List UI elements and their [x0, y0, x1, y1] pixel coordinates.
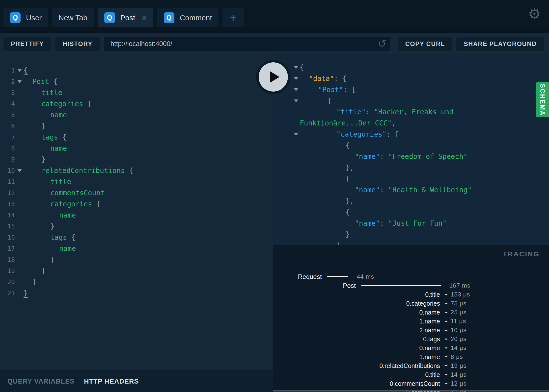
token: : [380, 219, 388, 227]
code-text: "data": { [309, 73, 347, 84]
tracing-resolver-label: 0.commentsCount [273, 380, 440, 387]
tab-label: Post [120, 14, 135, 22]
token: "Just For Fun" [388, 219, 447, 227]
tracing-horizontal-scrollbar[interactable] [273, 390, 549, 392]
code-text: } [24, 288, 28, 299]
fold-arrow-icon[interactable] [294, 99, 298, 102]
fold-arrow-icon[interactable] [294, 133, 298, 136]
tab-label: New Tab [58, 14, 87, 22]
code-text: } [50, 221, 55, 232]
line-number: 13 [0, 198, 15, 210]
reload-schema-icon[interactable]: ↺ [378, 39, 386, 49]
tracing-tick-bar [445, 294, 447, 295]
token: "name" [355, 219, 380, 227]
code-text: title [41, 87, 62, 98]
close-tab-icon[interactable]: × [142, 13, 147, 22]
prettify-button[interactable]: PRETTIFY [3, 37, 51, 51]
fold-arrow-icon[interactable] [294, 88, 298, 91]
execute-query-button[interactable] [256, 60, 290, 94]
response-line: "categories": [ [273, 129, 549, 140]
response-line: { [273, 62, 549, 73]
response-viewer[interactable]: {"data": {"Post": [{"title": "Hacker, Fr… [273, 54, 549, 245]
tracing-tick-bar [445, 303, 447, 304]
tracing-resolver-label: 0.name [273, 309, 440, 316]
response-line: "title": "Hacker, Freaks und [273, 106, 549, 118]
tracing-panel: TRACING Request44 msPost167 ms0.title153… [273, 245, 549, 392]
code-text: { [346, 173, 350, 184]
line-number: 6 [0, 121, 15, 132]
editor-line: 8name [0, 143, 273, 154]
tracing-duration-value: 12 μs [451, 380, 467, 387]
fold-arrow-icon[interactable] [294, 66, 298, 69]
line-number: 4 [0, 98, 15, 109]
token: , [392, 119, 396, 127]
tab-comment[interactable]: QComment [157, 8, 219, 27]
code-text: categories { [41, 98, 91, 109]
query-editor[interactable]: 1{2Post {3title4categories {5name6}7tags… [0, 54, 273, 370]
token: "title" [336, 108, 366, 116]
code-text: { [300, 62, 304, 73]
tracing-tick-bar [445, 347, 447, 348]
line-number: 10 [0, 165, 15, 176]
tracing-tick-bar [445, 383, 447, 384]
toolbar: PRETTIFY HISTORY ↺ COPY CURL SHARE PLAYG… [0, 33, 549, 54]
tracing-tick-bar [445, 330, 447, 331]
line-number: 2 [0, 76, 15, 87]
fold-arrow-icon[interactable] [17, 169, 22, 172]
query-variables-tab[interactable]: QUERY VARIABLES [7, 378, 75, 385]
editor-line: 9} [0, 154, 273, 165]
line-number: 3 [0, 87, 15, 98]
tracing-tick-bar [445, 312, 447, 313]
history-button[interactable]: HISTORY [55, 37, 100, 51]
tracing-rows: Request44 msPost167 ms0.title153 μs0.cat… [273, 272, 549, 392]
token: name [59, 211, 76, 219]
tracing-row: 0.tags20 μs [273, 335, 549, 343]
token: { [327, 97, 331, 105]
code-text: } [41, 265, 46, 276]
token: { [92, 200, 101, 208]
tracing-row: 0.title14 μs [273, 370, 549, 379]
tab-new-tab[interactable]: New Tab [52, 8, 94, 27]
code-text: tags { [50, 232, 75, 243]
tab-user[interactable]: QUser [3, 8, 48, 27]
fold-arrow-icon[interactable] [17, 69, 22, 72]
token: { [49, 77, 57, 86]
token: "Health & Wellbeing" [388, 186, 472, 194]
http-headers-tab[interactable]: HTTP HEADERS [84, 378, 139, 385]
editor-line: 11title [0, 176, 273, 187]
token: name [59, 245, 76, 253]
endpoint-url-input[interactable] [104, 37, 390, 51]
token: { [346, 175, 350, 183]
tracing-duration-value: 10 μs [451, 327, 467, 334]
schema-side-tab[interactable]: SCHEMA [536, 82, 549, 117]
editor-line: 2Post { [0, 76, 273, 87]
code-text: relatedContributions { [41, 165, 133, 176]
editor-line: 12commentsCount [0, 187, 273, 198]
line-number: 9 [0, 154, 15, 165]
editor-line: 18} [0, 254, 273, 265]
tab-label: Comment [180, 14, 212, 22]
token: { [300, 63, 304, 72]
tracing-row: 0.commentsCount12 μs [273, 379, 549, 388]
fold-arrow-icon[interactable] [17, 80, 22, 83]
code-text: { [24, 65, 28, 76]
copy-curl-button[interactable]: COPY CURL [398, 37, 452, 51]
token: } [50, 256, 55, 264]
settings-gear-icon[interactable]: ⚙ [528, 5, 541, 22]
fold-arrow-icon[interactable] [294, 77, 298, 80]
tab-post[interactable]: QPost× [98, 8, 153, 27]
code-text: } [346, 229, 350, 240]
token: "name" [355, 152, 380, 161]
tracing-row: 0.categories75 μs [273, 299, 549, 308]
editor-line: 13categories { [0, 198, 273, 210]
tab-list: QUserNew TabQPost×QComment+ [3, 8, 244, 27]
add-tab-button[interactable]: + [222, 8, 244, 27]
token: : [380, 186, 388, 194]
response-line: { [273, 173, 549, 184]
share-playground-button[interactable]: SHARE PLAYGROUND [456, 37, 544, 51]
token: : [ [343, 86, 356, 94]
token: { [346, 208, 350, 216]
editor-line: 6} [0, 121, 273, 132]
code-text: categories { [50, 198, 100, 210]
code-text: name [50, 143, 67, 154]
